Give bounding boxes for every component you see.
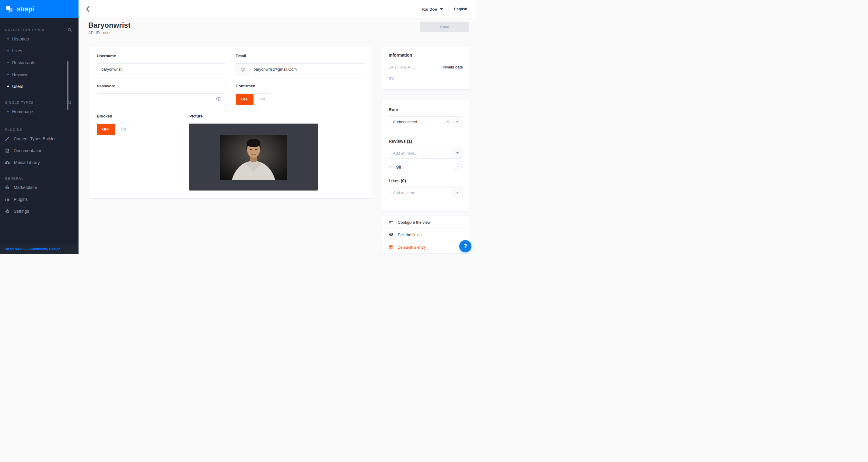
- bullet-icon: [7, 62, 9, 63]
- strapi-logo-icon: [5, 5, 14, 13]
- review-relation-item: ≡ 98 −: [389, 164, 463, 170]
- sidebar: strapi COLLECTION TYPES Histories Likes …: [0, 0, 79, 254]
- likes-placeholder: Add an item...: [389, 190, 452, 195]
- role-select[interactable]: Authenticated ×: [389, 116, 463, 127]
- cloud-upload-icon: [5, 160, 10, 165]
- user-menu[interactable]: Kai Doe: [422, 7, 437, 11]
- sidebar-item-label: Likes: [12, 49, 22, 53]
- edit-fields-link[interactable]: Edit the fields: [382, 228, 470, 241]
- bullet-icon: [7, 111, 9, 112]
- edit-form-card: Username Email @ Password Confirmed OFF …: [89, 47, 373, 198]
- section-single-types: SINGLE TYPES: [5, 101, 33, 104]
- gear-icon: [389, 232, 394, 237]
- portrait-illustration: [220, 135, 287, 180]
- bullet-icon: [7, 86, 9, 87]
- email-input[interactable]: [250, 64, 364, 74]
- section-collection-types: COLLECTION TYPES: [5, 28, 44, 32]
- sidebar-item-media-library[interactable]: Media Library: [0, 156, 79, 168]
- sidebar-footer: Strapi v3.2.5 — Community Edition: [0, 244, 79, 254]
- dropdown-arrow-zone[interactable]: [452, 187, 463, 198]
- role-value: Authenticated: [389, 120, 443, 124]
- delete-entry-label: Delete this entry: [398, 245, 426, 250]
- sidebar-item-marketplace[interactable]: Marketplace: [0, 181, 79, 193]
- back-button[interactable]: [79, 0, 97, 18]
- api-id-subtitle: API ID : user: [88, 30, 130, 35]
- blocked-toggle[interactable]: OFF ON: [97, 124, 132, 135]
- review-item-link[interactable]: 98: [396, 164, 401, 170]
- username-label: Username: [97, 54, 116, 58]
- sidebar-item-likes[interactable]: Likes: [0, 45, 79, 57]
- sidebar-item-label: Content-Types Builder: [14, 136, 56, 141]
- chevron-down-icon[interactable]: [440, 8, 443, 10]
- password-input[interactable]: [97, 93, 225, 105]
- edit-fields-label: Edit the fields: [398, 233, 422, 237]
- general-list: Marketplace Plugins: [0, 181, 79, 217]
- sidebar-item-label: Reviews: [12, 72, 28, 77]
- sidebar-item-label: Media Library: [14, 160, 40, 165]
- section-general: GENERAL: [5, 177, 24, 180]
- save-button[interactable]: Save: [420, 22, 469, 32]
- picture-label: Picture: [189, 114, 203, 118]
- sidebar-item-settings[interactable]: Settings: [0, 205, 79, 217]
- book-icon: [5, 148, 10, 153]
- logo-text: strapi: [17, 5, 34, 13]
- section-plugins: PLUGINS: [5, 128, 22, 131]
- sidebar-item-plugins[interactable]: Plugins: [0, 193, 79, 205]
- reviews-add-select[interactable]: Add an item...: [389, 148, 463, 159]
- user-photo: [220, 135, 287, 180]
- configure-view-link[interactable]: Configure the view: [382, 216, 470, 228]
- version-link[interactable]: Strapi v3.2.5 — Community Edition: [5, 247, 61, 251]
- toggle-off-option[interactable]: OFF: [97, 124, 115, 135]
- username-input[interactable]: [97, 63, 225, 75]
- chevron-down-icon: [456, 152, 459, 154]
- configure-view-label: Configure the view: [398, 220, 431, 225]
- eye-icon[interactable]: [216, 97, 221, 102]
- bullet-icon: [7, 50, 9, 52]
- strapi-logo[interactable]: strapi: [0, 0, 79, 18]
- last-update-label: LAST UPDATE: [389, 65, 415, 69]
- sidebar-item-label: Settings: [14, 209, 29, 214]
- password-label: Password: [97, 84, 115, 88]
- bullet-icon: [7, 74, 9, 75]
- page-header: Baryonwrist API ID : user: [88, 21, 130, 35]
- dropdown-arrow-zone[interactable]: [452, 148, 463, 158]
- sidebar-item-label: Documentation: [14, 148, 42, 153]
- relations-card: Role Authenticated × Reviews (1) Add an …: [382, 100, 470, 211]
- toggle-on-option[interactable]: ON: [253, 94, 271, 105]
- email-label: Email: [236, 54, 246, 58]
- last-update-value: Invalid date: [443, 65, 463, 69]
- email-field-group: @: [236, 63, 364, 75]
- confirmed-toggle[interactable]: OFF ON: [236, 93, 271, 105]
- divider: [448, 5, 448, 13]
- toggle-on-option[interactable]: ON: [115, 124, 132, 135]
- likes-add-select[interactable]: Add an item...: [389, 187, 463, 198]
- page-title: Baryonwrist: [88, 21, 130, 30]
- clear-icon[interactable]: ×: [443, 119, 452, 125]
- sidebar-item-label: Plugins: [14, 197, 28, 202]
- sidebar-item-content-types-builder[interactable]: Content-Types Builder: [0, 133, 79, 145]
- dropdown-arrow-zone[interactable]: [452, 117, 463, 127]
- remove-item-button[interactable]: −: [455, 163, 462, 171]
- sidebar-item-label: Users: [12, 84, 24, 89]
- sidebar-item-histories[interactable]: Histories: [0, 33, 79, 45]
- basket-icon: [5, 185, 10, 190]
- search-icon[interactable]: [68, 28, 72, 32]
- topbar: Kai Doe English: [79, 0, 477, 18]
- information-title: Information: [389, 53, 463, 58]
- sidebar-item-documentation[interactable]: Documentation: [0, 145, 79, 156]
- language-selector[interactable]: English: [454, 7, 467, 11]
- delete-entry-link[interactable]: Delete this entry: [382, 241, 470, 253]
- likes-label: Likes (0): [389, 178, 406, 183]
- bullet-icon: [7, 38, 9, 39]
- sidebar-scrollbar[interactable]: [67, 61, 68, 110]
- picture-upload-area[interactable]: [189, 124, 318, 190]
- confirmed-label: Confirmed: [236, 84, 255, 88]
- entry-actions-card: Configure the view Edit the fields Delet…: [382, 216, 470, 253]
- brush-icon: [5, 136, 10, 141]
- help-button[interactable]: ?: [459, 240, 471, 252]
- drag-handle-icon[interactable]: ≡: [389, 164, 392, 170]
- sidebar-item-label: Restaurants: [12, 60, 35, 65]
- information-card: Information LAST UPDATE Invalid date BY: [382, 47, 470, 89]
- toggle-off-option[interactable]: OFF: [236, 94, 253, 105]
- reviews-placeholder: Add an item...: [389, 151, 452, 156]
